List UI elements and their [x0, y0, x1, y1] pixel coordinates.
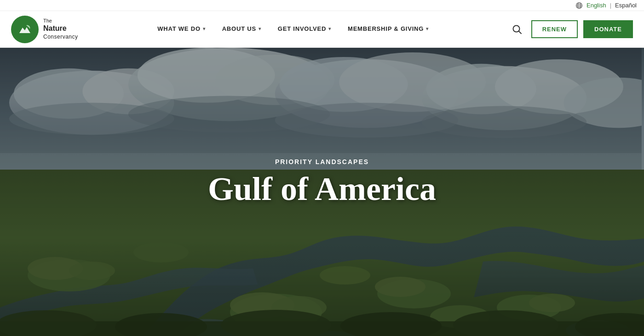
espanol-link[interactable]: Español: [615, 2, 637, 9]
renew-button[interactable]: RENEW: [531, 20, 578, 38]
lang-divider: |: [610, 2, 611, 9]
nav-about-us-chevron: ▾: [259, 26, 261, 31]
nav-get-involved-label: GET INVOLVED: [278, 25, 326, 32]
hero-section: PRIORITY LANDSCAPES Gulf of America: [0, 48, 644, 336]
logo-icon: [16, 21, 34, 38]
main-nav: WHAT WE DO ▾ ABOUT US ▾ GET INVOLVED ▾ M…: [78, 11, 508, 48]
nav-membership-label: MEMBERSHIP & GIVING: [348, 25, 424, 32]
search-icon: [512, 24, 522, 34]
svg-line-7: [518, 31, 521, 34]
hero-title: Gulf of America: [208, 171, 436, 207]
logo-nature: Nature: [43, 24, 78, 34]
globe-icon: [575, 2, 583, 9]
nav-membership[interactable]: MEMBERSHIP & GIVING ▾: [339, 11, 437, 48]
logo-circle: [11, 16, 39, 43]
logo-conservancy: Conservancy: [43, 34, 78, 41]
nav-get-involved[interactable]: GET INVOLVED ▾: [270, 11, 339, 48]
nav-what-we-do[interactable]: WHAT WE DO ▾: [149, 11, 214, 48]
header-actions: RENEW DONATE: [508, 20, 633, 38]
nav-membership-chevron: ▾: [426, 26, 429, 31]
search-button[interactable]: [508, 21, 526, 38]
english-link[interactable]: English: [586, 2, 606, 9]
donate-button[interactable]: DONATE: [583, 20, 633, 38]
language-bar: English | Español: [0, 0, 644, 11]
hero-eyebrow: PRIORITY LANDSCAPES: [208, 158, 436, 165]
nav-get-involved-chevron: ▾: [328, 26, 331, 31]
nav-about-us[interactable]: ABOUT US ▾: [214, 11, 270, 48]
header: The Nature Conservancy WHAT WE DO ▾ ABOU…: [0, 11, 644, 48]
hero-content: PRIORITY LANDSCAPES Gulf of America: [208, 158, 436, 207]
logo[interactable]: The Nature Conservancy: [11, 16, 78, 43]
logo-text: The Nature Conservancy: [43, 17, 78, 41]
nav-what-we-do-chevron: ▾: [203, 26, 206, 31]
svg-point-5: [16, 21, 34, 38]
nav-what-we-do-label: WHAT WE DO: [157, 25, 201, 32]
logo-the: The: [43, 17, 78, 24]
nav-about-us-label: ABOUT US: [222, 25, 256, 32]
